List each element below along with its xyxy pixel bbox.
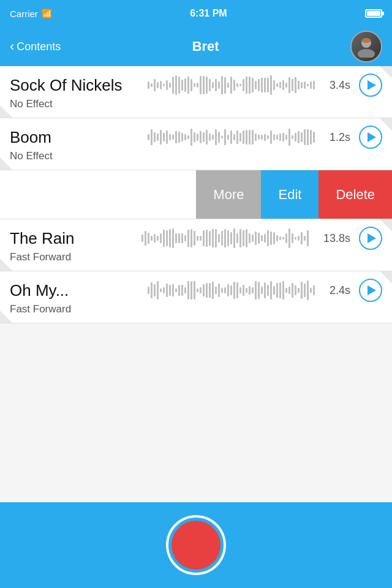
item-title: Boom xyxy=(10,128,51,147)
item-right: 13.8s xyxy=(135,227,382,250)
corner-decoration xyxy=(0,258,12,271)
corner-decoration xyxy=(0,311,12,323)
avatar-image xyxy=(352,32,381,61)
item-effect: No Effect xyxy=(10,150,382,162)
item-right: 3.4s xyxy=(141,74,382,97)
status-right xyxy=(365,9,382,18)
nav-title: Bret xyxy=(192,39,219,55)
play-icon xyxy=(368,80,376,90)
carrier-label: Carrier xyxy=(10,9,38,19)
back-label: Contents xyxy=(17,40,61,53)
item-right: 1.2s xyxy=(141,126,382,149)
item-effect: No Effect xyxy=(10,98,382,110)
avatar[interactable] xyxy=(350,31,382,62)
item-duration: 2.4s xyxy=(330,284,350,297)
list-item[interactable]: Oh My... 2.4s Fast Forward xyxy=(0,271,392,323)
waveform xyxy=(148,126,315,148)
play-icon xyxy=(368,285,376,295)
nav-bar: ‹ Contents Bret xyxy=(0,27,392,66)
back-chevron-icon: ‹ xyxy=(10,39,14,55)
item-effect: Fast Forward xyxy=(10,303,382,315)
waveform xyxy=(148,279,315,301)
wifi-icon: 📶 xyxy=(42,9,52,18)
item-title: Sock Of Nickels xyxy=(10,76,123,95)
item-duration: 1.2s xyxy=(330,131,350,144)
more-action-button[interactable]: More xyxy=(196,170,261,219)
list-item[interactable]: Touchdown! More Edit Delete xyxy=(0,170,392,219)
status-time: 6:31 PM xyxy=(190,8,227,19)
battery-icon xyxy=(365,9,382,18)
corner-decoration xyxy=(380,118,392,130)
item-duration: 13.8s xyxy=(323,232,350,245)
delete-action-button[interactable]: Delete xyxy=(318,170,392,219)
sound-list: Sock Of Nickels 3.4s No Effect Boom 1. xyxy=(0,66,392,323)
corner-decoration xyxy=(380,66,392,78)
waveform xyxy=(148,74,315,96)
list-item[interactable]: Boom 1.2s No Effect xyxy=(0,118,392,170)
corner-decoration xyxy=(380,271,392,284)
corner-decoration xyxy=(0,157,12,170)
play-icon xyxy=(368,233,376,243)
list-item[interactable]: The Rain 13.8s Fast Forward xyxy=(0,219,392,271)
svg-point-1 xyxy=(358,49,375,58)
item-title: The Rain xyxy=(10,229,75,248)
waveform xyxy=(141,227,309,249)
status-bar: Carrier 📶 6:31 PM xyxy=(0,0,392,27)
play-button[interactable] xyxy=(359,126,382,149)
item-duration: 3.4s xyxy=(330,79,350,92)
play-button[interactable] xyxy=(359,227,382,250)
corner-decoration xyxy=(0,105,12,118)
item-title: Oh My... xyxy=(10,281,69,300)
bottom-bar xyxy=(0,502,392,588)
item-right: 2.4s xyxy=(141,279,382,302)
play-icon xyxy=(368,132,376,142)
record-button[interactable] xyxy=(168,518,224,573)
status-left: Carrier 📶 xyxy=(10,9,52,19)
corner-decoration xyxy=(380,219,392,232)
play-button[interactable] xyxy=(359,279,382,302)
play-button[interactable] xyxy=(359,74,382,97)
back-button[interactable]: ‹ Contents xyxy=(10,39,61,55)
edit-action-button[interactable]: Edit xyxy=(261,170,318,219)
item-effect: Fast Forward xyxy=(10,251,382,263)
swipe-actions: More Edit Delete xyxy=(196,170,392,219)
list-item[interactable]: Sock Of Nickels 3.4s No Effect xyxy=(0,66,392,118)
svg-rect-2 xyxy=(361,38,371,43)
